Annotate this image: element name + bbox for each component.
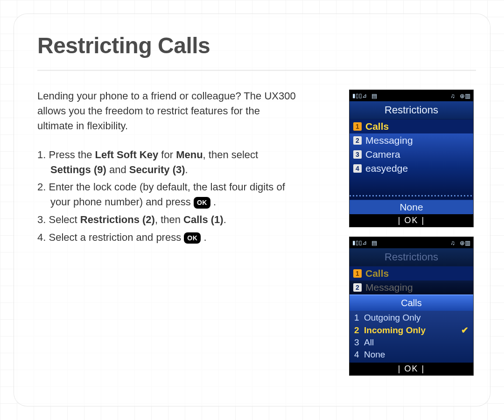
- data-icon: ▤: [371, 92, 377, 99]
- page-title: Restricting Calls: [37, 33, 210, 58]
- ok-pill-icon: OK: [184, 232, 201, 244]
- status-bar: ▮▯▯⊿ ▤ ♫ ⊕▥: [350, 237, 473, 248]
- ok-pill-icon: OK: [194, 197, 210, 208]
- menu-item-messaging: 2 Messaging: [350, 280, 473, 294]
- music-icon: ♫: [450, 239, 455, 246]
- music-icon: ♫: [450, 92, 455, 99]
- body-text: Lending your phone to a friend or collea…: [37, 89, 299, 248]
- step-3: Select Restrictions (2), then Calls (1).: [37, 212, 299, 227]
- menu-item-messaging: 2 Messaging: [350, 133, 473, 147]
- popup-item-outgoing: 1 Outgoing Only: [350, 312, 473, 324]
- menu-item-calls: 1 Calls: [350, 266, 473, 280]
- check-icon: ✔: [461, 325, 469, 336]
- step-4: Select a restriction and press OK .: [37, 230, 299, 245]
- status-bar: ▮▯▯⊿ ▤ ♫ ⊕▥: [350, 90, 473, 101]
- dimmed-background: Restrictions 1 Calls 2 Messaging: [350, 248, 473, 294]
- screen-title: Restrictions: [350, 248, 473, 266]
- dotted-divider: [350, 195, 473, 196]
- phone-screen-1: ▮▯▯⊿ ▤ ♫ ⊕▥ Restrictions 1 Calls 2 Messa…: [349, 90, 474, 227]
- battery-icon: ⊕▥: [460, 239, 470, 246]
- softkey-label: None: [350, 200, 473, 214]
- menu-item-calls: 1 Calls: [350, 119, 473, 133]
- battery-icon: ⊕▥: [460, 92, 470, 99]
- ok-bar: | OK |: [350, 363, 473, 375]
- popup-item-none: 4 None: [350, 349, 473, 361]
- popup-list: 1 Outgoing Only 2 Incoming Only ✔ 3 All …: [350, 311, 473, 363]
- divider: [37, 70, 476, 72]
- menu-list: 1 Calls 2 Messaging 3 Camera 4 easyedge: [350, 119, 473, 200]
- ok-bar: | OK |: [350, 214, 473, 227]
- popup-title: Calls: [350, 294, 473, 311]
- popup-item-incoming: 2 Incoming Only ✔: [350, 324, 473, 336]
- menu-item-camera: 3 Camera: [350, 147, 473, 161]
- data-icon: ▤: [371, 239, 377, 246]
- popup-item-all: 3 All: [350, 336, 473, 349]
- phone-screen-2: ▮▯▯⊿ ▤ ♫ ⊕▥ Restrictions 1 Calls 2 Messa…: [349, 237, 474, 376]
- phone-screenshots: ▮▯▯⊿ ▤ ♫ ⊕▥ Restrictions 1 Calls 2 Messa…: [349, 90, 474, 385]
- signal-icon: ▮▯▯⊿: [352, 92, 367, 99]
- bg-menu-list: 1 Calls 2 Messaging: [350, 266, 473, 294]
- step-1: Press the Left Soft Key for Menu, then s…: [37, 147, 299, 177]
- steps-list: Press the Left Soft Key for Menu, then s…: [37, 147, 299, 245]
- menu-item-easyedge: 4 easyedge: [350, 161, 473, 175]
- intro-paragraph: Lending your phone to a friend or collea…: [37, 89, 299, 133]
- signal-icon: ▮▯▯⊿: [352, 239, 367, 246]
- step-2: Enter the lock code (by default, the las…: [37, 180, 299, 210]
- screen-title: Restrictions: [350, 101, 473, 119]
